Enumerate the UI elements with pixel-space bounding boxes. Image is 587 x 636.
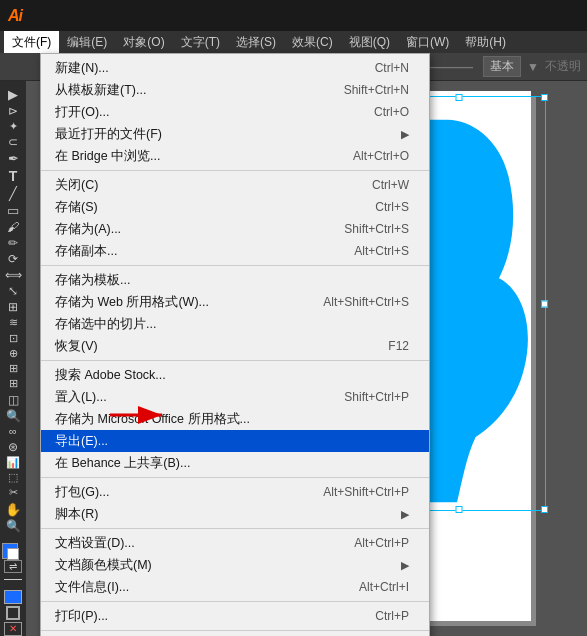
- handle-br: [541, 506, 548, 513]
- tool-line[interactable]: ╱: [2, 186, 24, 201]
- tool-rotate[interactable]: ⟳: [2, 252, 24, 266]
- menu-doc-color-mode[interactable]: 文档颜色模式(M) ▶: [41, 554, 429, 576]
- menu-save-template[interactable]: 存储为模板...: [41, 269, 429, 291]
- tool-hand[interactable]: ✋: [2, 502, 24, 517]
- tool-type[interactable]: T: [2, 168, 24, 184]
- tool-free-transform[interactable]: ⊡: [2, 332, 24, 345]
- tool-slice[interactable]: ✂: [2, 486, 24, 499]
- handle-tr: [541, 94, 548, 101]
- menu-file[interactable]: 文件(F): [4, 31, 59, 53]
- title-bar: Ai: [0, 0, 587, 31]
- tool-lasso[interactable]: ⊂: [2, 135, 24, 149]
- tool-scale[interactable]: ⤡: [2, 284, 24, 298]
- menu-open[interactable]: 打开(O)... Ctrl+O: [41, 101, 429, 123]
- tool-eyedropper[interactable]: 🔍: [2, 409, 24, 423]
- tool-zoom[interactable]: 🔍: [2, 519, 24, 533]
- menu-doc-settings[interactable]: 文档设置(D)... Alt+Ctrl+P: [41, 532, 429, 554]
- menu-edit[interactable]: 编辑(E): [59, 31, 115, 53]
- tool-mesh[interactable]: ⊞: [2, 377, 24, 390]
- separator-5: [41, 528, 429, 529]
- tool-direct-select[interactable]: ⊳: [2, 104, 24, 118]
- menu-save-copy[interactable]: 存储副本... Alt+Ctrl+S: [41, 240, 429, 262]
- menu-new-from-template[interactable]: 从模板新建(T)... Shift+Ctrl+N: [41, 79, 429, 101]
- menu-effect[interactable]: 效果(C): [284, 31, 341, 53]
- menu-export[interactable]: 导出(E)...: [41, 430, 429, 452]
- menu-save-as[interactable]: 存储为(A)... Shift+Ctrl+S: [41, 218, 429, 240]
- menu-place[interactable]: 置入(L)... Shift+Ctrl+P: [41, 386, 429, 408]
- menu-print[interactable]: 打印(P)... Ctrl+P: [41, 605, 429, 627]
- menu-save-slices[interactable]: 存储选中的切片...: [41, 313, 429, 335]
- left-toolbar: ▶ ⊳ ✦ ⊂ ✒ T ╱ ▭ 🖌 ✏ ⟳ ⟺ ⤡ ⊞ ≋ ⊡ ⊕ ⊞ ⊞ ◫ …: [0, 81, 26, 636]
- menu-new[interactable]: 新建(N)... Ctrl+N: [41, 57, 429, 79]
- tool-graph[interactable]: 📊: [2, 456, 24, 469]
- tool-gradient[interactable]: ◫: [2, 393, 24, 407]
- separator-6: [41, 601, 429, 602]
- file-menu-dropdown: 新建(N)... Ctrl+N 从模板新建(T)... Shift+Ctrl+N…: [40, 53, 430, 636]
- tool-select[interactable]: ▶: [2, 87, 24, 102]
- separator-3: [41, 360, 429, 361]
- separator-4: [41, 477, 429, 478]
- menu-view[interactable]: 视图(Q): [341, 31, 398, 53]
- menu-revert[interactable]: 恢复(V) F12: [41, 335, 429, 357]
- menu-select[interactable]: 选择(S): [228, 31, 284, 53]
- default-colors-icon: [4, 579, 22, 580]
- menu-file-info[interactable]: 文件信息(I)... Alt+Ctrl+I: [41, 576, 429, 598]
- fill-color[interactable]: [2, 543, 24, 556]
- tool-paintbrush[interactable]: 🖌: [2, 220, 24, 234]
- menu-help[interactable]: 帮助(H): [457, 31, 514, 53]
- menu-search-stock[interactable]: 搜索 Adobe Stock...: [41, 364, 429, 386]
- menu-text[interactable]: 文字(T): [173, 31, 228, 53]
- handle-mr: [541, 300, 548, 307]
- tool-pencil[interactable]: ✏: [2, 236, 24, 250]
- app-logo: Ai: [8, 7, 22, 25]
- tool-artboard[interactable]: ⬚: [2, 471, 24, 484]
- fill-button[interactable]: [4, 590, 22, 604]
- tool-symbol[interactable]: ⊛: [2, 440, 24, 454]
- stroke-button[interactable]: [6, 606, 20, 620]
- tool-rect[interactable]: ▭: [2, 203, 24, 218]
- menu-save[interactable]: 存储(S) Ctrl+S: [41, 196, 429, 218]
- basic-dropdown[interactable]: 基本: [483, 56, 521, 77]
- tool-blend[interactable]: ∞: [2, 425, 24, 438]
- menu-bar: 文件(F) 编辑(E) 对象(O) 文字(T) 选择(S) 效果(C) 视图(Q…: [0, 31, 587, 53]
- tool-pen[interactable]: ✒: [2, 151, 24, 166]
- tool-width[interactable]: ⊞: [2, 300, 24, 314]
- menu-share-behance[interactable]: 在 Behance 上共享(B)...: [41, 452, 429, 474]
- tool-perspective[interactable]: ⊞: [2, 362, 24, 375]
- swap-colors-icon[interactable]: ⇌: [4, 560, 22, 573]
- none-button[interactable]: ✕: [4, 622, 22, 636]
- separator-2: [41, 265, 429, 266]
- menu-object[interactable]: 对象(O): [115, 31, 172, 53]
- menu-save-web[interactable]: 存储为 Web 所用格式(W)... Alt+Shift+Ctrl+S: [41, 291, 429, 313]
- menu-package[interactable]: 打包(G)... Alt+Shift+Ctrl+P: [41, 481, 429, 503]
- menu-save-ms[interactable]: 存储为 Microsoft Office 所用格式...: [41, 408, 429, 430]
- menu-window[interactable]: 窗口(W): [398, 31, 457, 53]
- tool-magic-wand[interactable]: ✦: [2, 120, 24, 133]
- separator-7: [41, 630, 429, 631]
- tool-reflect[interactable]: ⟺: [2, 268, 24, 282]
- handle-tc: [455, 94, 462, 101]
- tool-warp[interactable]: ≋: [2, 316, 24, 329]
- color-mode-buttons: ✕: [4, 590, 22, 636]
- tool-shape-builder[interactable]: ⊕: [2, 347, 24, 360]
- separator-1: [41, 170, 429, 171]
- menu-recent-files[interactable]: 最近打开的文件(F) ▶: [41, 123, 429, 145]
- menu-browse-bridge[interactable]: 在 Bridge 中浏览... Alt+Ctrl+O: [41, 145, 429, 167]
- menu-scripts[interactable]: 脚本(R) ▶: [41, 503, 429, 525]
- menu-close[interactable]: 关闭(C) Ctrl+W: [41, 174, 429, 196]
